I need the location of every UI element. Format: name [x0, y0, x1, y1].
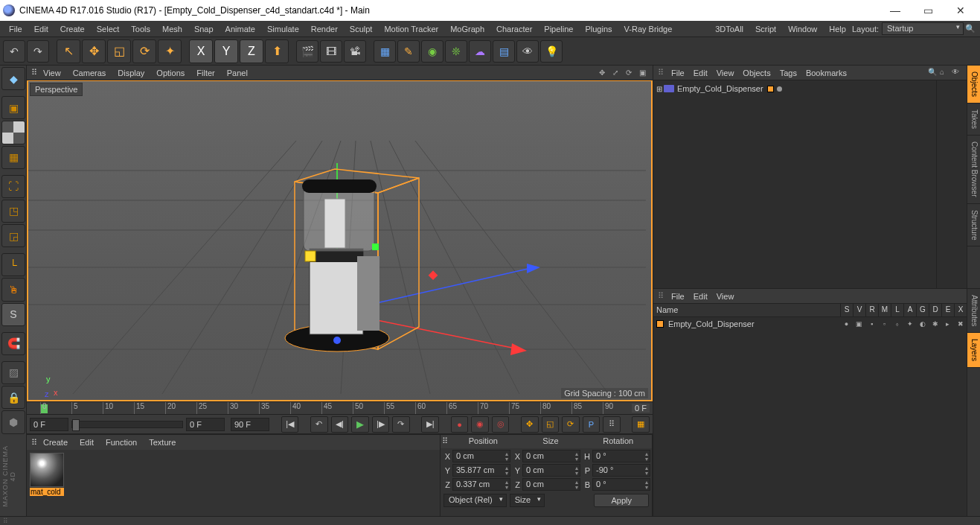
- goto-end-button[interactable]: ▶|: [421, 416, 439, 433]
- expand-icon[interactable]: ⊞: [656, 85, 664, 93]
- layer-flag-icon[interactable]: ✖: [954, 320, 967, 328]
- menu-motion-tracker[interactable]: Motion Tracker: [378, 22, 444, 36]
- viewmenu-display[interactable]: Display: [112, 67, 150, 79]
- layer-flag-icon[interactable]: ▪: [865, 320, 878, 328]
- autokey-button[interactable]: ◉: [471, 416, 489, 433]
- maximize-button[interactable]: ▭: [912, 0, 944, 21]
- add-environment-button[interactable]: ☁: [469, 40, 491, 63]
- range-start-field[interactable]: [30, 418, 68, 431]
- layer-col-r[interactable]: R: [865, 304, 878, 316]
- rot-h-field[interactable]: 0 °▴▾: [592, 450, 650, 462]
- menu-pipeline[interactable]: Pipeline: [538, 22, 579, 36]
- workplane-mode-button[interactable]: ▦: [1, 146, 25, 169]
- coord-mode-select[interactable]: Object (Rel): [443, 494, 507, 507]
- menu-character[interactable]: Character: [490, 22, 538, 36]
- layermenu-file[interactable]: File: [667, 290, 689, 302]
- object-tree-item[interactable]: ⊞ Empty_Cold_Dispenser: [656, 83, 933, 94]
- grip-icon[interactable]: ⠿: [31, 438, 37, 448]
- add-camera-button[interactable]: ▤: [493, 40, 515, 63]
- play-button[interactable]: ▶: [351, 416, 369, 433]
- layer-flag-icon[interactable]: ✱: [929, 320, 941, 328]
- menu-sculpt[interactable]: Sculpt: [344, 22, 379, 36]
- layermenu-view[interactable]: View: [712, 290, 739, 302]
- viewport-rotate-icon[interactable]: ⟳: [623, 67, 635, 79]
- viewmenu-cameras[interactable]: Cameras: [67, 67, 112, 79]
- menu-render[interactable]: Render: [305, 22, 344, 36]
- key-param-button[interactable]: P: [583, 416, 601, 433]
- layer-col-v[interactable]: V: [853, 304, 865, 316]
- objmgr-home-icon[interactable]: ⌂: [940, 68, 950, 78]
- layer-col-m[interactable]: M: [878, 304, 891, 316]
- render-settings-button[interactable]: 🎞: [320, 40, 342, 63]
- key-pos-button[interactable]: ✥: [521, 416, 539, 433]
- goto-start-button[interactable]: |◀: [281, 416, 299, 433]
- pos-x-field[interactable]: 0 cm▴▾: [452, 450, 510, 462]
- layer-flag-icon[interactable]: ●: [840, 320, 853, 328]
- planar-workplane-button[interactable]: ⬢: [1, 410, 25, 433]
- viewport-zoom-icon[interactable]: ⤢: [609, 67, 621, 79]
- layer-table[interactable]: Name S V R M L A G D E X: [653, 304, 967, 516]
- layer-col-a[interactable]: A: [903, 304, 916, 316]
- rotate-tool[interactable]: ⟳: [132, 39, 156, 63]
- tab-takes[interactable]: Takes: [967, 104, 980, 136]
- layermenu-edit[interactable]: Edit: [689, 290, 712, 302]
- layer-col-d[interactable]: D: [929, 304, 941, 316]
- matmenu-edit[interactable]: Edit: [74, 436, 100, 448]
- keyframe-sel-button[interactable]: ◎: [492, 416, 510, 433]
- viewmenu-options[interactable]: Options: [150, 67, 190, 79]
- viewmenu-panel[interactable]: Panel: [221, 67, 254, 79]
- menu-simulate[interactable]: Simulate: [261, 22, 305, 36]
- viewport-pan-icon[interactable]: ✥: [596, 67, 608, 79]
- timeline-ruler[interactable]: 0 5 10 15 20 25 30 35 40 45 50 55 60 65 …: [27, 401, 653, 415]
- layer-col-x[interactable]: X: [954, 304, 967, 316]
- add-spline-button[interactable]: ✎: [397, 40, 420, 63]
- menu-vray-bridge[interactable]: V-Ray Bridge: [618, 22, 679, 36]
- make-editable-button[interactable]: ◆: [1, 67, 25, 90]
- scale-tool[interactable]: ◱: [107, 39, 131, 63]
- viewport-3d[interactable]: Perspective: [27, 80, 653, 401]
- objmgr-eye-icon[interactable]: 👁: [952, 68, 962, 78]
- menu-plugins[interactable]: Plugins: [579, 22, 618, 36]
- grip-icon[interactable]: ⠿: [441, 435, 449, 448]
- axis-mode-button[interactable]: └: [1, 253, 25, 276]
- model-mode-button[interactable]: ▣: [1, 96, 25, 119]
- menu-help[interactable]: Help: [823, 22, 852, 36]
- grip-icon[interactable]: ⠿: [658, 291, 667, 301]
- layer-row[interactable]: Empty_Cold_Dispenser ● ▣ ▪ ▫ ⬨ ✦ ◐ ✱ ▸ ✖: [653, 317, 967, 331]
- coord-system-button[interactable]: ⬆: [265, 39, 289, 63]
- menu-animate[interactable]: Animate: [220, 22, 261, 36]
- layer-col-g[interactable]: G: [916, 304, 929, 316]
- tab-layers[interactable]: Layers: [967, 333, 980, 368]
- y-axis-lock[interactable]: Y: [214, 39, 238, 63]
- layer-flag-icon[interactable]: ▫: [878, 320, 891, 328]
- current-frame-field[interactable]: [186, 418, 225, 431]
- x-axis-lock[interactable]: X: [189, 39, 213, 63]
- render-picture-viewer-button[interactable]: 📽: [344, 40, 366, 63]
- pos-z-field[interactable]: 0.337 cm▴▾: [452, 478, 510, 491]
- range-end-field[interactable]: [231, 418, 269, 431]
- object-tree[interactable]: ⊞ Empty_Cold_Dispenser: [653, 80, 967, 288]
- material-thumb[interactable]: [30, 453, 64, 487]
- point-mode-button[interactable]: ⛶: [1, 175, 25, 198]
- menu-edit[interactable]: Edit: [28, 22, 54, 36]
- layer-flag-icon[interactable]: ◐: [916, 320, 929, 328]
- viewmenu-filter[interactable]: Filter: [190, 67, 220, 79]
- record-key-button[interactable]: ●: [451, 416, 469, 433]
- size-y-field[interactable]: 0 cm▴▾: [522, 464, 580, 477]
- z-axis-lock[interactable]: Z: [240, 39, 263, 63]
- tab-structure[interactable]: Structure: [967, 204, 980, 247]
- size-mode-select[interactable]: Size: [510, 494, 545, 507]
- pos-y-field[interactable]: 35.877 cm▴▾: [452, 464, 510, 477]
- material-list[interactable]: mat_cold: [27, 450, 440, 516]
- lock-workplane-button[interactable]: 🔒: [1, 386, 25, 409]
- objmgr-search-icon[interactable]: 🔍: [928, 68, 938, 78]
- search-icon[interactable]: 🔍: [964, 22, 977, 35]
- matmenu-function[interactable]: Function: [100, 436, 143, 448]
- texture-mode-button[interactable]: [1, 121, 25, 144]
- menu-mograph[interactable]: MoGraph: [444, 22, 490, 36]
- rot-b-field[interactable]: 0 °▴▾: [592, 478, 650, 491]
- layer-flag-icon[interactable]: ▣: [853, 320, 865, 328]
- add-primitive-button[interactable]: ▦: [374, 40, 396, 63]
- edge-mode-button[interactable]: ◳: [1, 200, 25, 223]
- key-scale-button[interactable]: ◱: [542, 416, 560, 433]
